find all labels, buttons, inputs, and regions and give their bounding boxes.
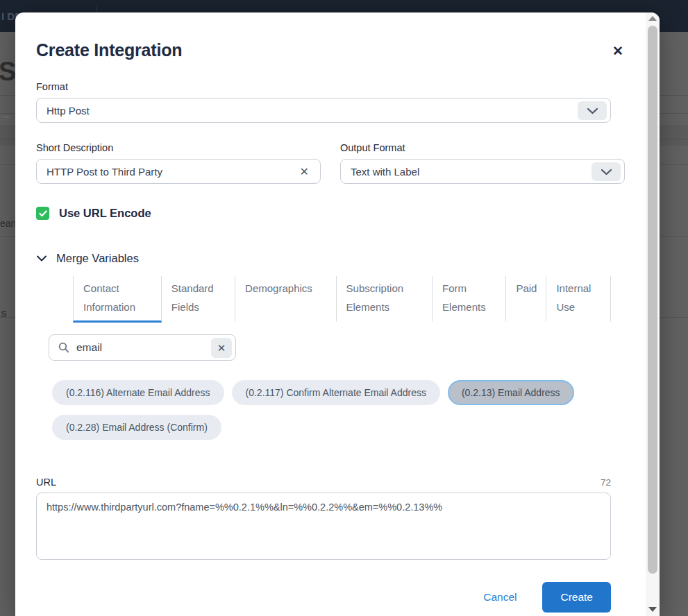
- chip-email-address[interactable]: (0.2.13) Email Address: [448, 380, 574, 405]
- tab-demographics[interactable]: Demographics: [235, 276, 336, 323]
- url-char-count: 72: [601, 477, 611, 488]
- backdrop-partial-heading: S: [0, 57, 16, 87]
- format-select[interactable]: Http Post: [36, 98, 611, 123]
- modal-scrollbar[interactable]: [646, 12, 660, 616]
- create-button[interactable]: Create: [542, 582, 611, 613]
- output-format-select[interactable]: Text with Label: [340, 159, 625, 184]
- chevron-down-icon: [36, 253, 47, 265]
- description-output-row: Short Description ✕ Output Format Text w…: [36, 142, 611, 184]
- short-description-label: Short Description: [36, 142, 321, 153]
- short-description-box: ✕: [36, 159, 321, 184]
- output-format-selected-value: Text with Label: [341, 166, 624, 178]
- backdrop-partial-dashes: --: [3, 111, 10, 121]
- short-description-group: Short Description ✕: [36, 142, 321, 184]
- backdrop-partial-text: s: [1, 307, 7, 320]
- tab-standard-fields[interactable]: Standard Fields: [162, 276, 235, 323]
- merge-variable-search-box: ✕: [49, 334, 236, 361]
- use-url-encode-row: Use URL Encode: [36, 207, 611, 220]
- output-format-group: Output Format Text with Label: [340, 142, 625, 184]
- merge-variable-chips: (0.2.116) Alternate Email Address (0.2.1…: [52, 380, 580, 440]
- url-section: URL 72 https://www.thirdpartyurl.com?fna…: [36, 477, 611, 563]
- tab-paid[interactable]: Paid: [506, 276, 546, 323]
- chip-email-address-confirm[interactable]: (0.2.28) Email Address (Confirm): [52, 415, 221, 440]
- use-url-encode-label: Use URL Encode: [59, 207, 151, 220]
- chip-alternate-email-address[interactable]: (0.2.116) Alternate Email Address: [52, 380, 224, 405]
- url-label: URL: [36, 477, 56, 488]
- merge-variables-label: Merge Variables: [56, 252, 139, 265]
- scroll-down-arrow-icon[interactable]: [648, 607, 657, 612]
- url-textarea[interactable]: https://www.thirdpartyurl.com?fname=%%0.…: [36, 493, 611, 560]
- close-icon[interactable]: ✕: [612, 44, 623, 58]
- format-selected-value: Http Post: [37, 105, 610, 117]
- clear-icon[interactable]: ✕: [300, 165, 309, 178]
- search-input[interactable]: [76, 341, 205, 354]
- short-description-input[interactable]: [37, 166, 320, 178]
- merge-variables-tabs: Contact Information Standard Fields Demo…: [73, 276, 611, 323]
- chip-confirm-alternate-email-address[interactable]: (0.2.117) Confirm Alternate Email Addres…: [232, 380, 440, 405]
- merge-variables-toggle[interactable]: Merge Variables: [36, 252, 611, 265]
- tab-form-elements[interactable]: Form Elements: [433, 276, 506, 323]
- modal-title: Create Integration: [36, 40, 611, 60]
- tab-internal-use[interactable]: Internal Use: [546, 276, 611, 323]
- create-integration-modal: Create Integration ✕ Format Http Post Sh…: [15, 12, 660, 616]
- url-label-row: URL 72: [36, 477, 611, 488]
- cancel-button[interactable]: Cancel: [483, 591, 517, 604]
- tab-contact-information[interactable]: Contact Information: [73, 276, 162, 323]
- format-group: Format Http Post: [36, 81, 611, 123]
- modal-footer: Cancel Create: [36, 582, 611, 613]
- backdrop-partial-text: ean: [0, 218, 16, 229]
- format-label: Format: [36, 81, 611, 92]
- chevron-down-icon[interactable]: [591, 162, 621, 181]
- search-icon: [58, 342, 69, 353]
- chevron-down-icon[interactable]: [578, 101, 607, 120]
- output-format-label: Output Format: [340, 142, 625, 153]
- scrollbar-thumb[interactable]: [648, 26, 657, 574]
- modal-body: Create Integration ✕ Format Http Post Sh…: [15, 12, 660, 616]
- tab-subscription-elements[interactable]: Subscription Elements: [337, 276, 433, 323]
- use-url-encode-checkbox[interactable]: [36, 207, 49, 220]
- clear-search-icon[interactable]: ✕: [211, 338, 232, 358]
- scroll-up-arrow-icon[interactable]: [648, 16, 657, 21]
